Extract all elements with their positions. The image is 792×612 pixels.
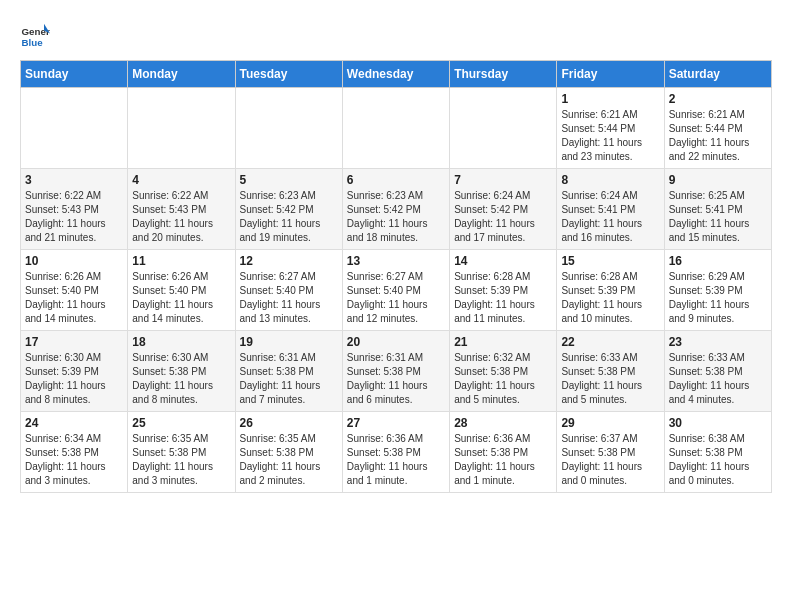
weekday-header: Sunday (21, 61, 128, 88)
calendar-cell: 19Sunrise: 6:31 AM Sunset: 5:38 PM Dayli… (235, 331, 342, 412)
calendar-cell: 7Sunrise: 6:24 AM Sunset: 5:42 PM Daylig… (450, 169, 557, 250)
svg-text:Blue: Blue (22, 37, 44, 48)
day-number: 14 (454, 254, 552, 268)
day-info: Sunrise: 6:29 AM Sunset: 5:39 PM Dayligh… (669, 270, 767, 326)
weekday-header: Tuesday (235, 61, 342, 88)
day-number: 11 (132, 254, 230, 268)
calendar-cell (128, 88, 235, 169)
calendar-cell (342, 88, 449, 169)
day-number: 30 (669, 416, 767, 430)
weekday-header: Friday (557, 61, 664, 88)
day-info: Sunrise: 6:32 AM Sunset: 5:38 PM Dayligh… (454, 351, 552, 407)
day-number: 2 (669, 92, 767, 106)
day-number: 12 (240, 254, 338, 268)
day-number: 13 (347, 254, 445, 268)
calendar-cell: 18Sunrise: 6:30 AM Sunset: 5:38 PM Dayli… (128, 331, 235, 412)
weekday-header-row: SundayMondayTuesdayWednesdayThursdayFrid… (21, 61, 772, 88)
day-number: 8 (561, 173, 659, 187)
calendar-cell: 23Sunrise: 6:33 AM Sunset: 5:38 PM Dayli… (664, 331, 771, 412)
day-number: 22 (561, 335, 659, 349)
logo-icon: General Blue (20, 20, 50, 50)
calendar-week-row: 3Sunrise: 6:22 AM Sunset: 5:43 PM Daylig… (21, 169, 772, 250)
calendar-cell: 27Sunrise: 6:36 AM Sunset: 5:38 PM Dayli… (342, 412, 449, 493)
calendar-cell: 11Sunrise: 6:26 AM Sunset: 5:40 PM Dayli… (128, 250, 235, 331)
weekday-header: Wednesday (342, 61, 449, 88)
calendar-cell (450, 88, 557, 169)
calendar-cell: 15Sunrise: 6:28 AM Sunset: 5:39 PM Dayli… (557, 250, 664, 331)
calendar-cell: 1Sunrise: 6:21 AM Sunset: 5:44 PM Daylig… (557, 88, 664, 169)
calendar-cell: 5Sunrise: 6:23 AM Sunset: 5:42 PM Daylig… (235, 169, 342, 250)
weekday-header: Thursday (450, 61, 557, 88)
day-number: 5 (240, 173, 338, 187)
day-info: Sunrise: 6:27 AM Sunset: 5:40 PM Dayligh… (240, 270, 338, 326)
day-number: 29 (561, 416, 659, 430)
day-number: 3 (25, 173, 123, 187)
calendar-cell: 17Sunrise: 6:30 AM Sunset: 5:39 PM Dayli… (21, 331, 128, 412)
day-number: 17 (25, 335, 123, 349)
day-number: 28 (454, 416, 552, 430)
day-number: 15 (561, 254, 659, 268)
day-info: Sunrise: 6:30 AM Sunset: 5:39 PM Dayligh… (25, 351, 123, 407)
day-number: 7 (454, 173, 552, 187)
day-info: Sunrise: 6:22 AM Sunset: 5:43 PM Dayligh… (132, 189, 230, 245)
day-info: Sunrise: 6:24 AM Sunset: 5:41 PM Dayligh… (561, 189, 659, 245)
day-number: 6 (347, 173, 445, 187)
day-number: 19 (240, 335, 338, 349)
day-number: 25 (132, 416, 230, 430)
calendar-cell: 26Sunrise: 6:35 AM Sunset: 5:38 PM Dayli… (235, 412, 342, 493)
day-info: Sunrise: 6:26 AM Sunset: 5:40 PM Dayligh… (25, 270, 123, 326)
calendar-cell: 2Sunrise: 6:21 AM Sunset: 5:44 PM Daylig… (664, 88, 771, 169)
calendar-cell: 16Sunrise: 6:29 AM Sunset: 5:39 PM Dayli… (664, 250, 771, 331)
calendar-week-row: 24Sunrise: 6:34 AM Sunset: 5:38 PM Dayli… (21, 412, 772, 493)
weekday-header: Saturday (664, 61, 771, 88)
calendar-cell: 20Sunrise: 6:31 AM Sunset: 5:38 PM Dayli… (342, 331, 449, 412)
day-number: 10 (25, 254, 123, 268)
weekday-header: Monday (128, 61, 235, 88)
day-info: Sunrise: 6:23 AM Sunset: 5:42 PM Dayligh… (347, 189, 445, 245)
day-info: Sunrise: 6:21 AM Sunset: 5:44 PM Dayligh… (561, 108, 659, 164)
day-info: Sunrise: 6:23 AM Sunset: 5:42 PM Dayligh… (240, 189, 338, 245)
day-info: Sunrise: 6:31 AM Sunset: 5:38 PM Dayligh… (240, 351, 338, 407)
calendar-cell: 6Sunrise: 6:23 AM Sunset: 5:42 PM Daylig… (342, 169, 449, 250)
day-info: Sunrise: 6:28 AM Sunset: 5:39 PM Dayligh… (454, 270, 552, 326)
day-info: Sunrise: 6:36 AM Sunset: 5:38 PM Dayligh… (347, 432, 445, 488)
logo: General Blue (20, 20, 50, 50)
day-number: 1 (561, 92, 659, 106)
day-info: Sunrise: 6:24 AM Sunset: 5:42 PM Dayligh… (454, 189, 552, 245)
calendar-cell: 30Sunrise: 6:38 AM Sunset: 5:38 PM Dayli… (664, 412, 771, 493)
day-number: 9 (669, 173, 767, 187)
day-info: Sunrise: 6:25 AM Sunset: 5:41 PM Dayligh… (669, 189, 767, 245)
day-info: Sunrise: 6:38 AM Sunset: 5:38 PM Dayligh… (669, 432, 767, 488)
day-info: Sunrise: 6:33 AM Sunset: 5:38 PM Dayligh… (561, 351, 659, 407)
day-number: 4 (132, 173, 230, 187)
calendar-cell: 10Sunrise: 6:26 AM Sunset: 5:40 PM Dayli… (21, 250, 128, 331)
calendar-cell: 22Sunrise: 6:33 AM Sunset: 5:38 PM Dayli… (557, 331, 664, 412)
day-info: Sunrise: 6:31 AM Sunset: 5:38 PM Dayligh… (347, 351, 445, 407)
calendar-cell: 4Sunrise: 6:22 AM Sunset: 5:43 PM Daylig… (128, 169, 235, 250)
calendar-cell: 25Sunrise: 6:35 AM Sunset: 5:38 PM Dayli… (128, 412, 235, 493)
day-info: Sunrise: 6:21 AM Sunset: 5:44 PM Dayligh… (669, 108, 767, 164)
day-info: Sunrise: 6:28 AM Sunset: 5:39 PM Dayligh… (561, 270, 659, 326)
day-info: Sunrise: 6:35 AM Sunset: 5:38 PM Dayligh… (240, 432, 338, 488)
day-number: 24 (25, 416, 123, 430)
calendar-cell: 13Sunrise: 6:27 AM Sunset: 5:40 PM Dayli… (342, 250, 449, 331)
calendar-cell: 8Sunrise: 6:24 AM Sunset: 5:41 PM Daylig… (557, 169, 664, 250)
day-info: Sunrise: 6:26 AM Sunset: 5:40 PM Dayligh… (132, 270, 230, 326)
calendar-week-row: 17Sunrise: 6:30 AM Sunset: 5:39 PM Dayli… (21, 331, 772, 412)
calendar-week-row: 10Sunrise: 6:26 AM Sunset: 5:40 PM Dayli… (21, 250, 772, 331)
day-info: Sunrise: 6:36 AM Sunset: 5:38 PM Dayligh… (454, 432, 552, 488)
calendar-cell: 14Sunrise: 6:28 AM Sunset: 5:39 PM Dayli… (450, 250, 557, 331)
calendar-cell: 21Sunrise: 6:32 AM Sunset: 5:38 PM Dayli… (450, 331, 557, 412)
day-number: 20 (347, 335, 445, 349)
day-info: Sunrise: 6:34 AM Sunset: 5:38 PM Dayligh… (25, 432, 123, 488)
day-number: 27 (347, 416, 445, 430)
calendar-cell: 28Sunrise: 6:36 AM Sunset: 5:38 PM Dayli… (450, 412, 557, 493)
calendar-table: SundayMondayTuesdayWednesdayThursdayFrid… (20, 60, 772, 493)
day-info: Sunrise: 6:27 AM Sunset: 5:40 PM Dayligh… (347, 270, 445, 326)
calendar-cell: 12Sunrise: 6:27 AM Sunset: 5:40 PM Dayli… (235, 250, 342, 331)
day-info: Sunrise: 6:35 AM Sunset: 5:38 PM Dayligh… (132, 432, 230, 488)
day-number: 16 (669, 254, 767, 268)
calendar-cell: 29Sunrise: 6:37 AM Sunset: 5:38 PM Dayli… (557, 412, 664, 493)
calendar-week-row: 1Sunrise: 6:21 AM Sunset: 5:44 PM Daylig… (21, 88, 772, 169)
calendar-cell (235, 88, 342, 169)
